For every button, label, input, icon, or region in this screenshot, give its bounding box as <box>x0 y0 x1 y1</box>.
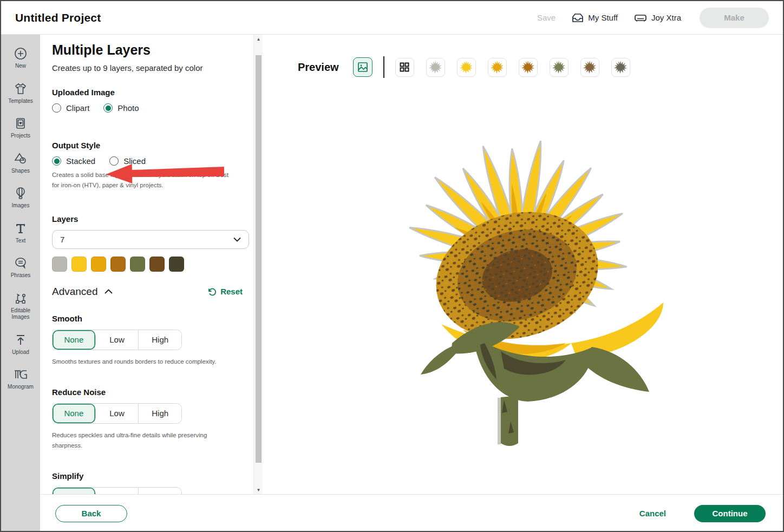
scrollbar-thumb[interactable] <box>256 55 262 463</box>
continue-button[interactable]: Continue <box>694 505 766 522</box>
full-preview-button[interactable] <box>353 57 373 77</box>
layers-options-panel: Multiple Layers Creates up to 9 layers, … <box>40 35 253 494</box>
grid-icon <box>399 62 410 73</box>
layer-swatch[interactable] <box>110 257 126 272</box>
machine-selector[interactable]: Joy Xtra <box>634 13 681 23</box>
radio-circle-selected-icon <box>52 156 61 166</box>
radio-circle-icon <box>52 103 61 113</box>
layer-swatch[interactable] <box>52 257 67 272</box>
layer-thumbnail-7[interactable] <box>611 58 630 77</box>
editable-image-icon <box>14 291 28 305</box>
left-sidebar: New Templates Projects Shape <box>1 35 40 532</box>
layer-swatch[interactable] <box>91 257 106 272</box>
simplify-label: Simplify <box>52 471 246 481</box>
smooth-none-button[interactable]: None <box>53 330 96 350</box>
undo-arrow-icon <box>207 287 217 297</box>
simplify-low-button[interactable]: Low <box>96 488 139 494</box>
smooth-high-button[interactable]: High <box>139 330 181 350</box>
upload-icon <box>14 333 28 347</box>
divider <box>383 56 384 78</box>
sidebar-item-projects[interactable]: Projects <box>3 112 38 144</box>
scroll-up-arrow-icon[interactable]: ▲ <box>254 35 263 43</box>
sidebar-item-phrases[interactable]: Phrases <box>3 252 38 284</box>
output-style-label: Output Style <box>52 141 246 150</box>
sidebar-item-shapes[interactable]: Shapes <box>3 147 38 179</box>
layer-thumbnail-6[interactable] <box>580 58 599 77</box>
panel-subtitle: Creates up to 9 layers, separated by col… <box>52 63 246 73</box>
smooth-description: Smooths textures and rounds borders to r… <box>52 357 231 367</box>
cancel-button[interactable]: Cancel <box>639 509 666 518</box>
radio-stacked[interactable]: Stacked <box>52 156 95 166</box>
reduce-noise-low-button[interactable]: Low <box>96 404 139 423</box>
smooth-low-button[interactable]: Low <box>96 330 139 350</box>
preview-area: Preview <box>263 35 783 494</box>
smooth-segmented-control: None Low High <box>52 330 182 350</box>
all-layers-thumbnail[interactable] <box>395 58 414 77</box>
sidebar-item-images[interactable]: Images <box>3 182 38 214</box>
radio-photo[interactable]: Photo <box>103 103 139 113</box>
footer-bar: Back Cancel Continue <box>40 494 783 532</box>
preview-label: Preview <box>298 61 339 74</box>
sunflower-preview-image <box>338 97 696 449</box>
my-stuff-button[interactable]: My Stuff <box>572 12 618 23</box>
chevron-up-icon <box>104 289 113 294</box>
simplify-segmented-control: None Low High <box>52 487 182 494</box>
back-button[interactable]: Back <box>55 505 127 522</box>
make-button[interactable]: Make <box>700 8 769 28</box>
radio-circle-selected-icon <box>103 103 113 113</box>
smooth-label: Smooth <box>52 314 246 323</box>
uploaded-image-label: Uploaded Image <box>52 88 246 97</box>
reduce-noise-segmented-control: None Low High <box>52 403 182 424</box>
sidebar-item-new[interactable]: New <box>3 42 38 74</box>
tshirt-icon <box>14 82 28 96</box>
plus-circle-icon <box>14 47 28 61</box>
panel-title: Multiple Layers <box>52 42 246 58</box>
layers-count-select[interactable]: 7 <box>52 230 249 249</box>
text-icon <box>14 221 28 235</box>
reduce-noise-description: Reduces speckles and ultra-fine details … <box>52 430 231 451</box>
project-title[interactable]: Untitled Project <box>15 11 101 24</box>
layer-thumbnail-5[interactable] <box>550 58 569 77</box>
layers-label: Layers <box>52 214 246 224</box>
image-icon <box>357 61 369 73</box>
simplify-none-button[interactable]: None <box>53 488 96 494</box>
reset-button[interactable]: Reset <box>207 287 243 297</box>
advanced-toggle[interactable]: Advanced <box>52 286 113 298</box>
reduce-noise-label: Reduce Noise <box>52 387 246 397</box>
reduce-noise-high-button[interactable]: High <box>139 404 181 423</box>
monogram-icon <box>13 367 28 382</box>
top-bar: Untitled Project Save My Stuff Joy Xtra … <box>1 1 783 35</box>
layer-swatch[interactable] <box>130 257 145 272</box>
balloon-icon <box>14 186 28 200</box>
shapes-icon <box>14 152 28 166</box>
radio-circle-icon <box>109 156 119 166</box>
layer-swatch[interactable] <box>149 257 165 272</box>
layer-swatch[interactable] <box>169 257 184 272</box>
layer-swatches <box>52 257 246 272</box>
radio-sliced[interactable]: Sliced <box>109 156 146 166</box>
scroll-down-arrow-icon[interactable]: ▼ <box>254 485 263 494</box>
output-style-description: Creates a solid base layer that other la… <box>52 170 231 191</box>
speech-bubble-icon <box>14 256 28 270</box>
layer-thumbnails <box>395 58 630 77</box>
inbox-icon <box>572 12 584 23</box>
sidebar-item-editable-images[interactable]: Editable Images <box>3 287 38 325</box>
layer-thumbnail-1[interactable] <box>426 58 445 77</box>
simplify-high-button[interactable]: High <box>139 488 181 494</box>
machine-icon <box>634 13 647 23</box>
sidebar-item-text[interactable]: Text <box>3 217 38 249</box>
radio-clipart[interactable]: Clipart <box>52 103 89 113</box>
sidebar-item-monogram[interactable]: Monogram <box>3 363 38 395</box>
reduce-noise-none-button[interactable]: None <box>53 404 96 423</box>
layer-thumbnail-2[interactable] <box>457 58 476 77</box>
layer-thumbnail-3[interactable] <box>488 58 507 77</box>
sidebar-item-upload[interactable]: Upload <box>3 329 38 360</box>
chevron-down-icon <box>233 237 241 242</box>
project-card-icon <box>14 116 28 130</box>
panel-scrollbar[interactable]: ▲ ▼ <box>253 35 263 494</box>
sidebar-item-templates[interactable]: Templates <box>3 77 38 109</box>
layer-thumbnail-4[interactable] <box>519 58 538 77</box>
save-button[interactable]: Save <box>537 13 556 22</box>
layer-swatch[interactable] <box>71 257 87 272</box>
